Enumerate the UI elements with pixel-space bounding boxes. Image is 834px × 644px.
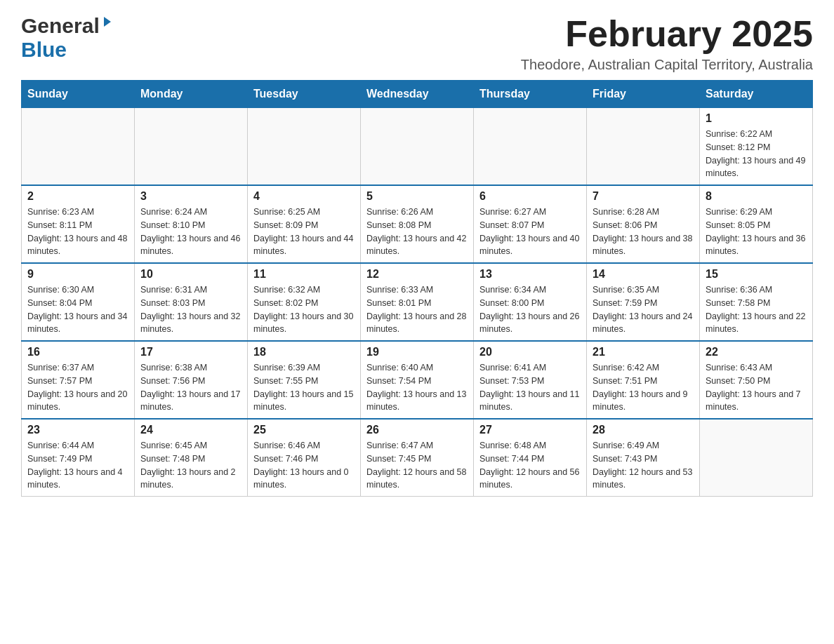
table-row: 14Sunrise: 6:35 AMSunset: 7:59 PMDayligh…	[587, 263, 700, 341]
table-row: 15Sunrise: 6:36 AMSunset: 7:58 PMDayligh…	[700, 263, 813, 341]
table-row: 11Sunrise: 6:32 AMSunset: 8:02 PMDayligh…	[248, 263, 361, 341]
day-number: 17	[140, 346, 241, 358]
table-row: 26Sunrise: 6:47 AMSunset: 7:45 PMDayligh…	[361, 419, 474, 497]
day-info: Sunrise: 6:43 AMSunset: 7:50 PMDaylight:…	[706, 361, 807, 414]
svg-marker-0	[104, 17, 111, 27]
day-number: 26	[366, 424, 468, 436]
day-number: 12	[366, 268, 468, 281]
day-number: 20	[479, 346, 581, 358]
table-row: 4Sunrise: 6:25 AMSunset: 8:09 PMDaylight…	[248, 185, 361, 263]
table-row: 16Sunrise: 6:37 AMSunset: 7:57 PMDayligh…	[22, 341, 135, 419]
day-number: 8	[706, 190, 807, 203]
day-number: 3	[140, 190, 241, 203]
header-sunday: Sunday	[22, 81, 135, 108]
day-info: Sunrise: 6:33 AMSunset: 8:01 PMDaylight:…	[366, 283, 468, 336]
day-number: 4	[253, 190, 355, 203]
day-number: 9	[27, 268, 128, 281]
calendar-week-3: 9Sunrise: 6:30 AMSunset: 8:04 PMDaylight…	[22, 263, 813, 341]
table-row: 24Sunrise: 6:45 AMSunset: 7:48 PMDayligh…	[135, 419, 248, 497]
table-row	[248, 108, 361, 186]
day-info: Sunrise: 6:28 AMSunset: 8:06 PMDaylight:…	[593, 206, 694, 258]
table-row: 13Sunrise: 6:34 AMSunset: 8:00 PMDayligh…	[474, 263, 587, 341]
day-info: Sunrise: 6:49 AMSunset: 7:43 PMDaylight:…	[593, 439, 694, 492]
month-title: February 2025	[521, 14, 813, 54]
day-info: Sunrise: 6:25 AMSunset: 8:09 PMDaylight:…	[253, 206, 355, 258]
day-info: Sunrise: 6:41 AMSunset: 7:53 PMDaylight:…	[479, 361, 581, 414]
table-row: 12Sunrise: 6:33 AMSunset: 8:01 PMDayligh…	[361, 263, 474, 341]
calendar-week-1: 1Sunrise: 6:22 AMSunset: 8:12 PMDaylight…	[22, 108, 813, 186]
calendar-table: Sunday Monday Tuesday Wednesday Thursday…	[21, 80, 813, 497]
day-number: 27	[479, 424, 581, 436]
day-info: Sunrise: 6:24 AMSunset: 8:10 PMDaylight:…	[140, 206, 241, 258]
day-info: Sunrise: 6:39 AMSunset: 7:55 PMDaylight:…	[253, 361, 355, 414]
calendar-week-5: 23Sunrise: 6:44 AMSunset: 7:49 PMDayligh…	[22, 419, 813, 497]
day-info: Sunrise: 6:26 AMSunset: 8:08 PMDaylight:…	[366, 206, 468, 258]
day-info: Sunrise: 6:32 AMSunset: 8:02 PMDaylight:…	[253, 283, 355, 336]
header-wednesday: Wednesday	[361, 81, 474, 108]
table-row: 3Sunrise: 6:24 AMSunset: 8:10 PMDaylight…	[135, 185, 248, 263]
table-row	[474, 108, 587, 186]
day-info: Sunrise: 6:27 AMSunset: 8:07 PMDaylight:…	[479, 206, 581, 258]
table-row: 8Sunrise: 6:29 AMSunset: 8:05 PMDaylight…	[700, 185, 813, 263]
day-number: 16	[27, 346, 128, 358]
table-row: 2Sunrise: 6:23 AMSunset: 8:11 PMDaylight…	[22, 185, 135, 263]
day-info: Sunrise: 6:23 AMSunset: 8:11 PMDaylight:…	[27, 206, 128, 258]
day-info: Sunrise: 6:31 AMSunset: 8:03 PMDaylight:…	[140, 283, 241, 336]
table-row: 5Sunrise: 6:26 AMSunset: 8:08 PMDaylight…	[361, 185, 474, 263]
calendar-week-2: 2Sunrise: 6:23 AMSunset: 8:11 PMDaylight…	[22, 185, 813, 263]
table-row: 6Sunrise: 6:27 AMSunset: 8:07 PMDaylight…	[474, 185, 587, 263]
logo-general-text: General	[21, 14, 100, 38]
day-number: 24	[140, 424, 241, 436]
day-number: 5	[366, 190, 468, 203]
header-monday: Monday	[135, 81, 248, 108]
day-info: Sunrise: 6:45 AMSunset: 7:48 PMDaylight:…	[140, 439, 241, 492]
day-number: 22	[706, 346, 807, 358]
table-row: 27Sunrise: 6:48 AMSunset: 7:44 PMDayligh…	[474, 419, 587, 497]
day-info: Sunrise: 6:40 AMSunset: 7:54 PMDaylight:…	[366, 361, 468, 414]
table-row: 19Sunrise: 6:40 AMSunset: 7:54 PMDayligh…	[361, 341, 474, 419]
day-number: 23	[27, 424, 128, 436]
weekday-header-row: Sunday Monday Tuesday Wednesday Thursday…	[22, 81, 813, 108]
day-number: 18	[253, 346, 355, 358]
table-row	[361, 108, 474, 186]
table-row: 7Sunrise: 6:28 AMSunset: 8:06 PMDaylight…	[587, 185, 700, 263]
day-info: Sunrise: 6:34 AMSunset: 8:00 PMDaylight:…	[479, 283, 581, 336]
logo-arrow-icon	[101, 15, 114, 31]
page-header: General Blue February 2025 Theodore, Aus…	[21, 14, 813, 73]
location-subtitle: Theodore, Australian Capital Territory, …	[521, 57, 813, 73]
day-number: 2	[27, 190, 128, 203]
day-number: 10	[140, 268, 241, 281]
header-thursday: Thursday	[474, 81, 587, 108]
day-info: Sunrise: 6:37 AMSunset: 7:57 PMDaylight:…	[27, 361, 128, 414]
table-row: 1Sunrise: 6:22 AMSunset: 8:12 PMDaylight…	[700, 108, 813, 186]
day-number: 7	[593, 190, 694, 203]
table-row	[700, 419, 813, 497]
table-row	[22, 108, 135, 186]
table-row	[135, 108, 248, 186]
day-info: Sunrise: 6:42 AMSunset: 7:51 PMDaylight:…	[593, 361, 694, 414]
day-number: 25	[253, 424, 355, 436]
day-number: 15	[706, 268, 807, 281]
day-number: 14	[593, 268, 694, 281]
table-row: 10Sunrise: 6:31 AMSunset: 8:03 PMDayligh…	[135, 263, 248, 341]
table-row: 21Sunrise: 6:42 AMSunset: 7:51 PMDayligh…	[587, 341, 700, 419]
day-info: Sunrise: 6:46 AMSunset: 7:46 PMDaylight:…	[253, 439, 355, 492]
table-row: 23Sunrise: 6:44 AMSunset: 7:49 PMDayligh…	[22, 419, 135, 497]
header-friday: Friday	[587, 81, 700, 108]
day-info: Sunrise: 6:47 AMSunset: 7:45 PMDaylight:…	[366, 439, 468, 492]
day-number: 21	[593, 346, 694, 358]
day-info: Sunrise: 6:22 AMSunset: 8:12 PMDaylight:…	[706, 128, 807, 180]
table-row	[587, 108, 700, 186]
day-number: 11	[253, 268, 355, 281]
day-info: Sunrise: 6:30 AMSunset: 8:04 PMDaylight:…	[27, 283, 128, 336]
logo: General Blue	[21, 14, 114, 62]
table-row: 22Sunrise: 6:43 AMSunset: 7:50 PMDayligh…	[700, 341, 813, 419]
day-number: 28	[593, 424, 694, 436]
calendar-week-4: 16Sunrise: 6:37 AMSunset: 7:57 PMDayligh…	[22, 341, 813, 419]
day-number: 13	[479, 268, 581, 281]
title-section: February 2025 Theodore, Australian Capit…	[521, 14, 813, 73]
day-info: Sunrise: 6:35 AMSunset: 7:59 PMDaylight:…	[593, 283, 694, 336]
table-row: 25Sunrise: 6:46 AMSunset: 7:46 PMDayligh…	[248, 419, 361, 497]
header-tuesday: Tuesday	[248, 81, 361, 108]
day-number: 19	[366, 346, 468, 358]
